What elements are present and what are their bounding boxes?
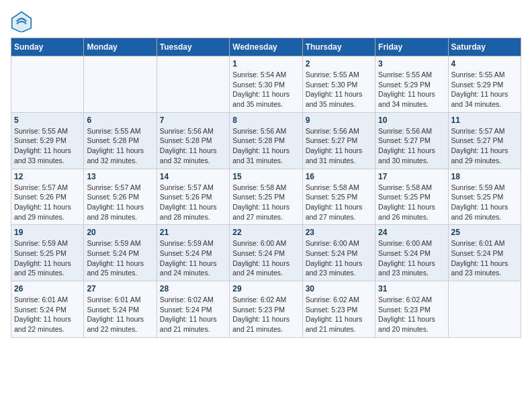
calendar-cell <box>11 56 84 113</box>
calendar-cell: 10Sunrise: 5:56 AM Sunset: 5:27 PM Dayli… <box>375 112 448 169</box>
day-info: Sunrise: 6:01 AM Sunset: 5:24 PM Dayligh… <box>14 295 81 334</box>
day-info: Sunrise: 6:02 AM Sunset: 5:23 PM Dayligh… <box>232 295 299 334</box>
calendar-cell <box>157 56 229 113</box>
day-info: Sunrise: 5:56 AM Sunset: 5:28 PM Dayligh… <box>160 126 226 166</box>
calendar-cell: 22Sunrise: 6:00 AM Sunset: 5:24 PM Dayli… <box>230 225 302 281</box>
header-row: SundayMondayTuesdayWednesdayThursdayFrid… <box>11 38 521 56</box>
calendar-cell: 31Sunrise: 6:02 AM Sunset: 5:23 PM Dayli… <box>375 281 448 338</box>
day-number: 17 <box>378 172 445 181</box>
calendar-body: 1Sunrise: 5:54 AM Sunset: 5:30 PM Daylig… <box>11 56 521 338</box>
day-number: 7 <box>160 116 226 125</box>
day-info: Sunrise: 5:54 AM Sunset: 5:30 PM Dayligh… <box>232 70 299 109</box>
day-number: 1 <box>232 59 299 68</box>
day-number: 25 <box>451 228 518 237</box>
day-number: 5 <box>14 116 81 125</box>
calendar-week: 1Sunrise: 5:54 AM Sunset: 5:30 PM Daylig… <box>11 56 521 113</box>
day-number: 21 <box>160 228 226 237</box>
day-number: 18 <box>451 172 518 181</box>
logo-icon <box>11 11 32 32</box>
day-info: Sunrise: 5:56 AM Sunset: 5:27 PM Dayligh… <box>378 126 445 166</box>
day-info: Sunrise: 5:58 AM Sunset: 5:25 PM Dayligh… <box>378 183 445 222</box>
calendar-week: 5Sunrise: 5:55 AM Sunset: 5:29 PM Daylig… <box>11 112 521 169</box>
day-info: Sunrise: 6:00 AM Sunset: 5:24 PM Dayligh… <box>378 238 445 278</box>
calendar-week: 19Sunrise: 5:59 AM Sunset: 5:25 PM Dayli… <box>11 225 521 281</box>
day-number: 15 <box>232 172 299 181</box>
calendar-cell: 7Sunrise: 5:56 AM Sunset: 5:28 PM Daylig… <box>157 112 229 169</box>
calendar-cell: 14Sunrise: 5:57 AM Sunset: 5:26 PM Dayli… <box>157 169 229 225</box>
day-info: Sunrise: 6:02 AM Sunset: 5:24 PM Dayligh… <box>160 295 226 334</box>
logo <box>11 11 35 32</box>
calendar-cell: 25Sunrise: 6:01 AM Sunset: 5:24 PM Dayli… <box>448 225 521 281</box>
day-info: Sunrise: 5:58 AM Sunset: 5:25 PM Dayligh… <box>306 183 372 222</box>
day-info: Sunrise: 6:02 AM Sunset: 5:23 PM Dayligh… <box>306 295 372 334</box>
day-number: 8 <box>232 116 299 125</box>
day-info: Sunrise: 5:59 AM Sunset: 5:25 PM Dayligh… <box>451 183 518 222</box>
day-info: Sunrise: 5:57 AM Sunset: 5:26 PM Dayligh… <box>87 183 153 222</box>
day-info: Sunrise: 5:56 AM Sunset: 5:27 PM Dayligh… <box>306 126 372 166</box>
calendar-cell: 1Sunrise: 5:54 AM Sunset: 5:30 PM Daylig… <box>230 56 302 113</box>
header-day: Monday <box>84 38 157 56</box>
day-number: 2 <box>306 59 372 68</box>
day-info: Sunrise: 5:55 AM Sunset: 5:29 PM Dayligh… <box>14 126 81 166</box>
header-day: Friday <box>375 38 448 56</box>
calendar-cell: 12Sunrise: 5:57 AM Sunset: 5:26 PM Dayli… <box>11 169 84 225</box>
calendar-cell: 8Sunrise: 5:56 AM Sunset: 5:28 PM Daylig… <box>230 112 302 169</box>
header-day: Tuesday <box>157 38 229 56</box>
day-info: Sunrise: 6:01 AM Sunset: 5:24 PM Dayligh… <box>451 238 518 278</box>
calendar-cell: 26Sunrise: 6:01 AM Sunset: 5:24 PM Dayli… <box>11 281 84 338</box>
day-info: Sunrise: 5:59 AM Sunset: 5:24 PM Dayligh… <box>160 238 226 278</box>
calendar-cell: 4Sunrise: 5:55 AM Sunset: 5:29 PM Daylig… <box>448 56 521 113</box>
day-number: 27 <box>87 284 153 293</box>
calendar-week: 12Sunrise: 5:57 AM Sunset: 5:26 PM Dayli… <box>11 169 521 225</box>
day-info: Sunrise: 6:00 AM Sunset: 5:24 PM Dayligh… <box>232 238 299 278</box>
day-number: 16 <box>306 172 372 181</box>
calendar-cell: 30Sunrise: 6:02 AM Sunset: 5:23 PM Dayli… <box>302 281 375 338</box>
day-info: Sunrise: 5:56 AM Sunset: 5:28 PM Dayligh… <box>232 126 299 166</box>
calendar-table: SundayMondayTuesdayWednesdayThursdayFrid… <box>11 38 521 338</box>
calendar-cell: 23Sunrise: 6:00 AM Sunset: 5:24 PM Dayli… <box>302 225 375 281</box>
calendar-header: SundayMondayTuesdayWednesdayThursdayFrid… <box>11 38 521 56</box>
day-number: 29 <box>232 284 299 293</box>
day-number: 11 <box>451 116 518 125</box>
day-info: Sunrise: 5:55 AM Sunset: 5:28 PM Dayligh… <box>87 126 153 166</box>
day-info: Sunrise: 5:57 AM Sunset: 5:26 PM Dayligh… <box>14 183 81 222</box>
day-number: 26 <box>14 284 81 293</box>
day-number: 14 <box>160 172 226 181</box>
day-info: Sunrise: 5:59 AM Sunset: 5:24 PM Dayligh… <box>87 238 153 278</box>
header-day: Sunday <box>11 38 84 56</box>
day-number: 13 <box>87 172 153 181</box>
calendar-cell: 20Sunrise: 5:59 AM Sunset: 5:24 PM Dayli… <box>84 225 157 281</box>
calendar-cell <box>84 56 157 113</box>
calendar-cell: 24Sunrise: 6:00 AM Sunset: 5:24 PM Dayli… <box>375 225 448 281</box>
calendar-cell: 18Sunrise: 5:59 AM Sunset: 5:25 PM Dayli… <box>448 169 521 225</box>
day-number: 31 <box>378 284 445 293</box>
day-number: 23 <box>306 228 372 237</box>
calendar-cell: 3Sunrise: 5:55 AM Sunset: 5:29 PM Daylig… <box>375 56 448 113</box>
day-number: 19 <box>14 228 81 237</box>
day-info: Sunrise: 6:02 AM Sunset: 5:23 PM Dayligh… <box>378 295 445 334</box>
header-day: Saturday <box>448 38 521 56</box>
header-day: Thursday <box>302 38 375 56</box>
day-number: 4 <box>451 59 518 68</box>
calendar-cell: 9Sunrise: 5:56 AM Sunset: 5:27 PM Daylig… <box>302 112 375 169</box>
day-info: Sunrise: 5:55 AM Sunset: 5:29 PM Dayligh… <box>451 70 518 109</box>
calendar-week: 26Sunrise: 6:01 AM Sunset: 5:24 PM Dayli… <box>11 281 521 338</box>
day-number: 6 <box>87 116 153 125</box>
header-day: Wednesday <box>230 38 302 56</box>
day-number: 9 <box>306 116 372 125</box>
calendar-cell: 5Sunrise: 5:55 AM Sunset: 5:29 PM Daylig… <box>11 112 84 169</box>
day-number: 3 <box>378 59 445 68</box>
day-info: Sunrise: 6:01 AM Sunset: 5:24 PM Dayligh… <box>87 295 153 334</box>
calendar-cell: 28Sunrise: 6:02 AM Sunset: 5:24 PM Dayli… <box>157 281 229 338</box>
day-number: 28 <box>160 284 226 293</box>
calendar-cell: 27Sunrise: 6:01 AM Sunset: 5:24 PM Dayli… <box>84 281 157 338</box>
page-header <box>11 11 521 32</box>
calendar-cell: 11Sunrise: 5:57 AM Sunset: 5:27 PM Dayli… <box>448 112 521 169</box>
calendar-cell: 2Sunrise: 5:55 AM Sunset: 5:30 PM Daylig… <box>302 56 375 113</box>
calendar-cell: 17Sunrise: 5:58 AM Sunset: 5:25 PM Dayli… <box>375 169 448 225</box>
day-info: Sunrise: 5:57 AM Sunset: 5:26 PM Dayligh… <box>160 183 226 222</box>
calendar-cell: 19Sunrise: 5:59 AM Sunset: 5:25 PM Dayli… <box>11 225 84 281</box>
calendar-cell: 21Sunrise: 5:59 AM Sunset: 5:24 PM Dayli… <box>157 225 229 281</box>
day-number: 10 <box>378 116 445 125</box>
day-number: 22 <box>232 228 299 237</box>
